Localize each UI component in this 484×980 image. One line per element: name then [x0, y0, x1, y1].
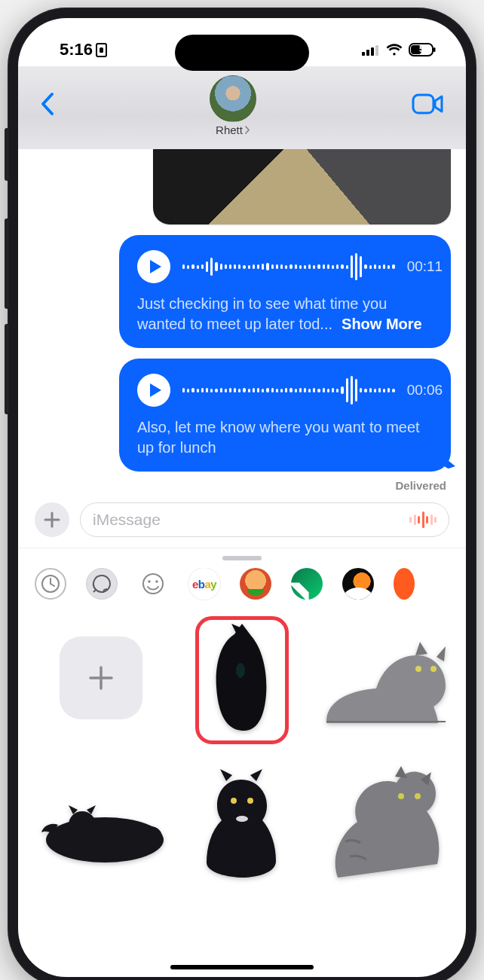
contact-name-label: Rhett	[216, 124, 243, 136]
memoji-app-icon[interactable]	[240, 568, 271, 600]
svg-point-15	[415, 666, 421, 672]
dark-app-icon[interactable]	[342, 568, 374, 600]
svg-rect-8	[433, 47, 436, 52]
svg-point-22	[398, 793, 404, 799]
add-sticker-button	[60, 637, 142, 719]
waveform[interactable]: document.write(Array.from({length:46},(_…	[182, 374, 395, 407]
compose-bar: iMessage	[18, 492, 466, 548]
back-button[interactable]	[39, 92, 54, 119]
svg-rect-1	[100, 47, 103, 53]
audio-message-2[interactable]: document.write(Array.from({length:46},(_…	[119, 359, 451, 472]
portrait-lock-icon	[96, 43, 107, 57]
wifi-icon	[386, 44, 403, 56]
svg-rect-3	[366, 50, 369, 56]
svg-point-17	[46, 817, 164, 862]
svg-point-19	[231, 798, 237, 804]
svg-rect-9	[413, 95, 433, 113]
svg-rect-5	[375, 45, 378, 56]
svg-point-12	[148, 580, 151, 583]
svg-rect-4	[371, 47, 374, 56]
message-input[interactable]: iMessage	[80, 502, 449, 537]
stickers-icon[interactable]	[86, 568, 118, 600]
drawer-grabber[interactable]	[222, 556, 262, 560]
svg-point-23	[415, 793, 421, 799]
sticker-3[interactable]	[35, 755, 167, 890]
sticker-1[interactable]	[176, 610, 308, 746]
svg-rect-2	[362, 52, 365, 56]
delivered-status: Delivered	[33, 479, 446, 492]
black-cat-standing-sticker	[204, 618, 280, 738]
emoji-icon[interactable]	[137, 568, 169, 600]
contact-header[interactable]: Rhett	[210, 75, 256, 136]
message-thread[interactable]: document.write(Array.from({length:46},(_…	[18, 149, 466, 492]
waveform[interactable]: document.write(Array.from({length:46},(_…	[182, 250, 395, 283]
dynamic-island	[175, 35, 309, 71]
play-button[interactable]	[137, 250, 170, 283]
audio-record-button[interactable]	[409, 511, 437, 528]
recents-icon[interactable]	[35, 568, 66, 600]
audio-transcript: Just checking in to see what time you wa…	[137, 294, 433, 334]
apps-plus-button[interactable]	[35, 502, 69, 537]
status-time: 5:16	[60, 40, 93, 60]
black-cat-sitting-sticker	[193, 766, 291, 879]
app-strip[interactable]: ebay	[18, 568, 466, 610]
play-button[interactable]	[137, 374, 170, 407]
screen: 5:16 50	[18, 18, 466, 977]
grey-cat-lying-sticker	[319, 625, 447, 731]
svg-point-20	[247, 798, 253, 804]
sent-photo-message[interactable]	[153, 149, 451, 224]
home-indicator[interactable]	[170, 965, 314, 969]
chevron-right-icon	[244, 126, 250, 134]
orange-app-icon[interactable]	[394, 568, 415, 600]
green-app-icon[interactable]	[291, 568, 323, 600]
audio-transcript: Also, let me know where you want to meet…	[137, 417, 433, 458]
ebay-app-icon[interactable]: ebay	[188, 568, 220, 600]
avatar	[210, 75, 256, 122]
svg-point-11	[143, 574, 163, 594]
facetime-button[interactable]	[412, 93, 445, 118]
audio-message-1[interactable]: document.write(Array.from({length:46},(_…	[119, 235, 451, 348]
svg-point-18	[69, 811, 96, 838]
sticker-grid	[18, 610, 466, 898]
message-placeholder: iMessage	[93, 511, 161, 529]
sticker-drawer: ebay	[18, 548, 466, 898]
cellular-icon	[362, 44, 380, 56]
show-more-button[interactable]: Show More	[342, 316, 422, 332]
svg-point-14	[236, 663, 245, 678]
nav-bar: Rhett	[18, 66, 466, 149]
sticker-5[interactable]	[317, 755, 449, 890]
battery-icon: 50	[409, 43, 436, 56]
audio-duration: 00:11	[407, 258, 443, 275]
fluffy-grey-cat-sticker	[323, 766, 443, 879]
iphone-frame: 5:16 50	[8, 8, 476, 980]
audio-duration: 00:06	[407, 382, 443, 398]
add-sticker-cell[interactable]	[35, 610, 167, 746]
svg-point-21	[236, 816, 248, 822]
sticker-2[interactable]	[317, 610, 449, 746]
svg-point-16	[430, 666, 437, 672]
sticker-4[interactable]	[176, 755, 308, 890]
svg-point-13	[155, 580, 158, 583]
black-cat-lounging-sticker	[37, 781, 165, 864]
